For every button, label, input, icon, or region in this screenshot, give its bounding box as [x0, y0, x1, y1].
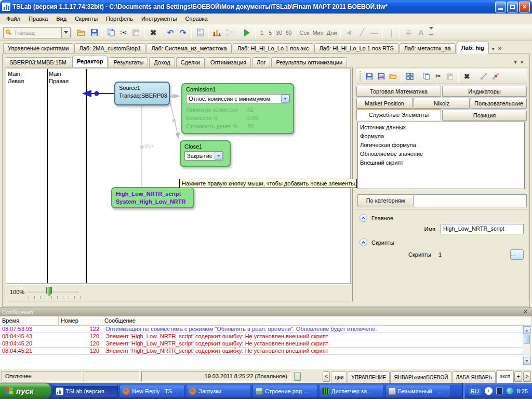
zoom-slider-track[interactable]	[29, 291, 78, 293]
service-element-item[interactable]: Формула	[358, 132, 524, 141]
tray-chevron-icon[interactable]: ‹	[485, 387, 493, 395]
run-button[interactable]	[241, 26, 253, 39]
collapse-icon[interactable]	[360, 214, 367, 222]
messages-close-icon[interactable]: ✕	[521, 309, 530, 315]
document-tab[interactable]: Редактор	[72, 56, 108, 67]
menu-item[interactable]: Инструменты	[137, 15, 181, 23]
service-element-item[interactable]: Логическая формула	[358, 141, 524, 150]
palette-tab[interactable]: Market Position	[356, 98, 413, 109]
close-tab-icon[interactable]: ✕	[520, 59, 524, 65]
document-tab[interactable]: Сделки	[176, 57, 205, 67]
lab-tab[interactable]: Лаб: метасток_аа	[400, 43, 456, 54]
save-button[interactable]	[88, 26, 100, 39]
scroll-up-button[interactable]: ▲	[523, 326, 530, 334]
close-button[interactable]: ✕	[519, 2, 530, 12]
save-source-button[interactable]: CS	[375, 70, 387, 82]
toolbar-overflow-button[interactable]	[429, 30, 433, 35]
lab-tab[interactable]: Лаб: hig	[457, 42, 489, 54]
notes-tool-button[interactable]: ≣	[402, 26, 415, 39]
timeframe-unit-button[interactable]: Мин	[311, 29, 325, 37]
column-number[interactable]: Номер	[59, 316, 102, 325]
message-row[interactable]: 08:04:45.20 120 Элемент 'High_Low_NRTR_s…	[0, 340, 523, 348]
chart-button[interactable]	[211, 26, 223, 39]
tab-list-icon[interactable]: ▾	[492, 46, 495, 51]
taskbar-button[interactable]: TSLab (версия ...	[53, 385, 118, 397]
close-tab-icon[interactable]: ✕	[498, 46, 502, 51]
column-time[interactable]: Время	[0, 316, 59, 325]
menu-item[interactable]: Справка	[181, 15, 212, 23]
workspace-prev-button[interactable]: <	[323, 371, 330, 382]
lab-tab[interactable]: Лаб: Hi_Hi_Lo_Lo 1 поз RTS	[314, 43, 398, 54]
palette-tab[interactable]: Торговая Математика	[356, 86, 441, 97]
column-message[interactable]: Сообщение	[102, 316, 380, 325]
messages-scrollbar[interactable]: ▲ ▼	[523, 326, 531, 365]
close-type-select[interactable]: Закрытие	[184, 151, 223, 161]
name-input[interactable]: High_Low_NRTR_script	[441, 224, 524, 234]
pointer-tool-button[interactable]: ➤	[343, 26, 355, 39]
taskbar-button[interactable]: Диспетчер за...	[319, 385, 384, 397]
workspace-tab[interactable]: УПРАВЛЕНИЕ	[348, 371, 390, 383]
close-block[interactable]: Close1 Закрытие	[180, 140, 231, 167]
palette-tab[interactable]: Nikolz	[414, 98, 470, 109]
open-button[interactable]	[75, 26, 88, 39]
hline-tool-button[interactable]: —	[368, 26, 380, 39]
timeframe-button[interactable]: 5	[266, 29, 274, 37]
save-script-button[interactable]	[363, 70, 375, 82]
menu-item[interactable]: Файл	[2, 15, 24, 23]
palette-tab[interactable]: Позиция	[442, 110, 527, 121]
document-tab[interactable]: SBERP03:ММВБ:15M	[5, 57, 71, 67]
document-tab[interactable]: Доход	[149, 57, 175, 67]
document-tab[interactable]: Оптимизация	[206, 57, 251, 67]
external-script-block[interactable]: High_Low_NRTR_script System_High_Low_NRT…	[111, 187, 194, 208]
lab-tab[interactable]: Лаб: Система_из_метастока	[147, 43, 232, 54]
comission-type-select[interactable]: Относ. комиссия с минимумом	[186, 94, 290, 103]
text-tool-button[interactable]: A	[415, 26, 427, 39]
connection-combobox[interactable]: Transaq	[3, 27, 71, 38]
taskbar-button[interactable]: Строение.png ...	[252, 385, 317, 397]
menu-item[interactable]: Портфель	[102, 15, 137, 23]
scroll-thumb[interactable]	[524, 335, 530, 344]
document-tab[interactable]: Результаты	[109, 57, 148, 67]
elements-grid-button[interactable]	[404, 70, 416, 82]
service-element-item[interactable]: Внешний скрипт	[358, 158, 524, 167]
workspace-tab[interactable]: эксп	[496, 370, 514, 383]
taskbar-button[interactable]: New Reply - TS...	[119, 385, 184, 397]
properties-button[interactable]	[194, 26, 206, 39]
menu-item[interactable]: Скрипты	[71, 15, 102, 23]
paste-element-button[interactable]	[444, 70, 456, 82]
cut-element-button[interactable]: ✂	[432, 70, 444, 82]
group-scripts-header[interactable]: Скрипты	[360, 238, 528, 246]
delete-button[interactable]: ✖	[147, 26, 159, 39]
document-tab[interactable]: Результаты оптимизации	[271, 57, 347, 67]
flowchart-button[interactable]	[223, 26, 236, 39]
redo-button[interactable]: ↷	[177, 26, 189, 39]
timeframe-button[interactable]: 30	[274, 29, 284, 37]
notebook-icon[interactable]	[294, 372, 301, 381]
taskbar-button[interactable]: Загрузки	[186, 385, 251, 397]
comission-block[interactable]: Comission1 Относ. комиссия с минимумом М…	[181, 83, 294, 134]
undo-button[interactable]: ↶	[164, 26, 177, 39]
group-main-header[interactable]: Главное	[360, 214, 528, 222]
tray-status-icon[interactable]	[507, 388, 513, 394]
menu-item[interactable]: Правка	[24, 15, 52, 23]
copy-button[interactable]	[105, 26, 117, 39]
restore-button[interactable]	[507, 2, 518, 12]
messages-header[interactable]: Сообщения ✕	[0, 308, 532, 316]
workspace-tab[interactable]: ЛАБА ЯНВАРЬ	[452, 371, 496, 383]
message-row[interactable]: 08:04:45.21 120 Элемент 'High_Low_NRTR_s…	[0, 348, 523, 355]
timeframe-button[interactable]: 60	[284, 29, 293, 37]
zoom-slider-thumb[interactable]	[46, 287, 52, 297]
menu-item[interactable]: Вид	[52, 15, 71, 23]
message-row[interactable]: 08:07:53.93 122 Оптимизация не совместим…	[0, 326, 523, 333]
copy-element-button[interactable]	[420, 70, 432, 82]
language-indicator[interactable]: RU	[469, 388, 481, 395]
workspace-tab[interactable]: ЯНВАРЬкиноБОЕВОЙ	[390, 371, 451, 383]
link-elements-button[interactable]	[477, 70, 489, 82]
cut-button[interactable]: ✂	[117, 26, 130, 39]
message-row[interactable]: 08:04:45.43 120 Элемент 'High_Low_NRTR_s…	[0, 333, 523, 340]
minimize-button[interactable]	[495, 2, 506, 12]
line-tool-button[interactable]: ╱	[355, 26, 368, 39]
lab-tab[interactable]: Управление скриптами	[3, 43, 73, 54]
service-element-item[interactable]: Обновляемое значение	[358, 150, 524, 158]
unlink-elements-button[interactable]	[489, 70, 501, 82]
